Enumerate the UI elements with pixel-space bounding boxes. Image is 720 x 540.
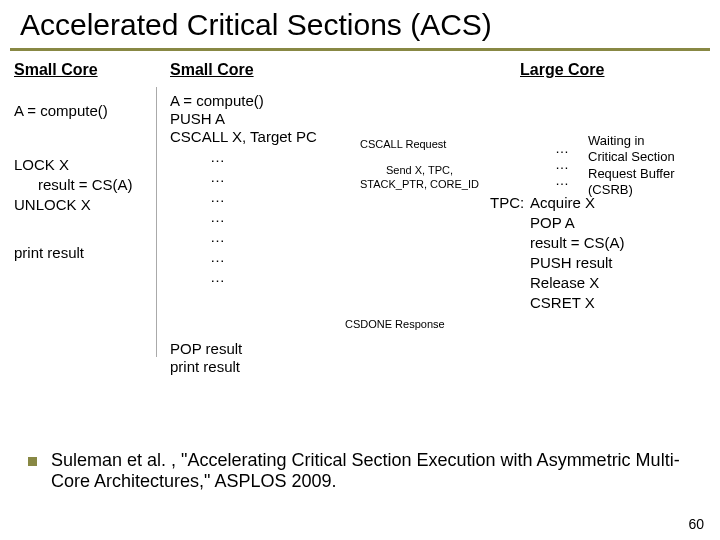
- msg-csdone-response: CSDONE Response: [345, 317, 445, 331]
- tpc-csret: CSRET X: [530, 293, 595, 313]
- msg-cscall-request: CSCALL Request: [360, 137, 446, 151]
- col-header-large: Large Core: [520, 61, 604, 79]
- page-number: 60: [688, 516, 704, 532]
- mid-dots-2: …: [210, 167, 225, 187]
- mid-dots-3: …: [210, 187, 225, 207]
- buf-dots-3: …: [555, 171, 569, 189]
- left-code-lock: LOCK X: [14, 155, 69, 175]
- mid-dots-1: …: [210, 147, 225, 167]
- tpc-label: TPC:: [490, 193, 524, 213]
- slide-content: Small Core Small Core Large Core A = com…: [0, 51, 720, 471]
- citation-row: Suleman et al. , "Accelerating Critical …: [28, 450, 700, 492]
- bullet-icon: [28, 457, 37, 466]
- tpc-acquire: Acquire X: [530, 193, 595, 213]
- mid-dots-4: …: [210, 207, 225, 227]
- mid-dots-6: …: [210, 247, 225, 267]
- tpc-result: result = CS(A): [530, 233, 625, 253]
- mid-dots-5: …: [210, 227, 225, 247]
- slide-title: Accelerated Critical Sections (ACS): [0, 0, 720, 48]
- mid-code-compute: A = compute(): [170, 91, 264, 111]
- left-code-result: result = CS(A): [38, 175, 133, 195]
- buf-waiting-label: Waiting in Critical Section Request Buff…: [588, 133, 675, 198]
- citation-text: Suleman et al. , "Accelerating Critical …: [51, 450, 700, 492]
- mid-code-push: PUSH A: [170, 109, 225, 129]
- mid-code-print: print result: [170, 357, 240, 377]
- tpc-push: PUSH result: [530, 253, 613, 273]
- col-header-small-2: Small Core: [170, 61, 254, 79]
- vertical-divider: [156, 87, 157, 357]
- col-header-small-1: Small Core: [14, 61, 98, 79]
- left-code-compute: A = compute(): [14, 101, 108, 121]
- tpc-release: Release X: [530, 273, 599, 293]
- left-code-unlock: UNLOCK X: [14, 195, 91, 215]
- tpc-pop: POP A: [530, 213, 575, 233]
- mid-code-cscall: CSCALL X, Target PC: [170, 127, 317, 147]
- mid-code-pop: POP result: [170, 339, 242, 359]
- left-code-print: print result: [14, 243, 84, 263]
- mid-dots-7: …: [210, 267, 225, 287]
- msg-send: Send X, TPC, STACK_PTR, CORE_ID: [360, 163, 479, 192]
